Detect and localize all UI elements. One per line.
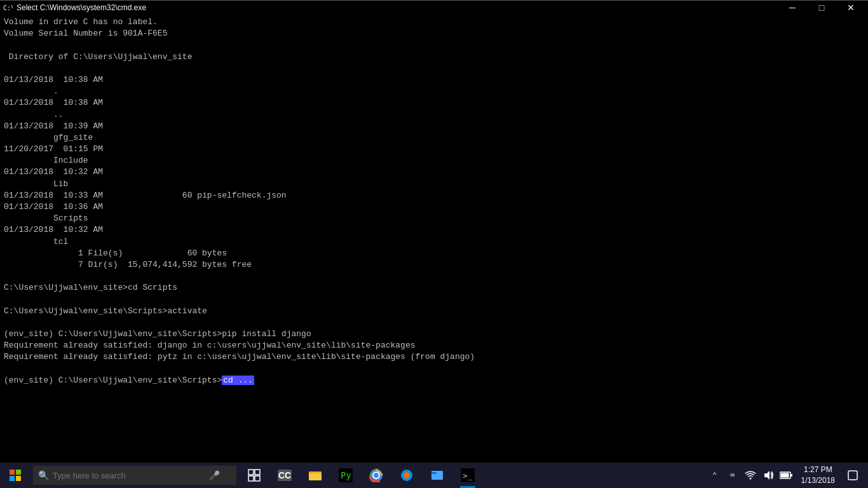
titlebar-controls: ─ □ ✕ [778,1,865,15]
svg-rect-26 [848,471,857,480]
titlebar-left: C:\ Select C:\Windows\system32\cmd.exe [3,3,146,13]
titlebar-title: Select C:\Windows\system32\cmd.exe [17,3,146,12]
svg-text:>_: >_ [463,471,473,480]
system-clock[interactable]: 1:27 PM 1/13/2018 [796,464,840,486]
taskbar-app-taskview[interactable] [239,463,269,488]
clock-time: 1:27 PM [804,464,832,475]
svg-marker-22 [764,471,770,480]
svg-rect-2 [248,470,254,475]
taskbar-apps: CC Py [239,463,483,488]
svg-rect-5 [255,476,260,481]
tray-wifi[interactable] [743,468,758,483]
svg-point-14 [374,473,379,478]
svg-rect-4 [248,476,254,481]
windows-logo [10,470,21,481]
cc-icon: CC [278,470,292,481]
firefox-icon [399,468,414,483]
files-icon [430,468,445,483]
tray-keyboard[interactable]: ⌨ [725,468,740,483]
svg-rect-24 [790,474,792,477]
svg-rect-3 [255,470,260,475]
svg-rect-25 [780,473,789,478]
cmd-icon: C:\ [3,3,13,13]
close-button[interactable]: ✕ [836,1,865,15]
svg-text:Py: Py [341,470,351,480]
clock-date: 1/13/2018 [801,475,835,486]
search-icon: 🔍 [38,470,49,481]
taskbar-app-chrome[interactable] [361,463,391,488]
taskbar-app-firefox[interactable] [391,463,422,488]
taskbar-app-cc[interactable]: CC [269,463,300,488]
system-tray: ⌃ ⌨ 1:27 PM [707,463,868,488]
svg-point-16 [403,472,410,478]
titlebar: C:\ Select C:\Windows\system32\cmd.exe ─… [0,0,868,14]
tray-chevron[interactable]: ⌃ [707,468,722,483]
svg-rect-7 [309,473,322,480]
search-input[interactable] [53,471,205,480]
taskbar-app-files[interactable] [422,463,452,488]
search-bar[interactable]: 🔍 🎤 [33,466,236,485]
taskbar-app-pycharm[interactable]: Py [330,463,361,488]
cmd-taskbar-icon: >_ [460,468,475,483]
svg-rect-18 [431,472,437,474]
svg-rect-8 [309,471,314,474]
notification-center[interactable] [843,463,863,488]
taskbar-app-cmd[interactable]: >_ [452,463,483,488]
explorer-icon [308,468,323,483]
chrome-icon [369,468,384,483]
tray-battery[interactable] [778,468,794,483]
taskview-icon [247,468,262,483]
taskbar: 🔍 🎤 CC [0,463,868,488]
start-button[interactable] [0,463,31,488]
minimize-button[interactable]: ─ [778,1,807,15]
pycharm-icon: Py [338,468,353,483]
maximize-button[interactable]: □ [807,1,836,15]
microphone-icon[interactable]: 🎤 [209,470,220,481]
taskbar-app-explorer[interactable] [300,463,330,488]
svg-point-21 [749,478,751,480]
terminal-content[interactable]: Volume in drive C has no label. Volume S… [0,14,868,463]
tray-volume[interactable] [761,468,776,483]
svg-text:C:\: C:\ [3,4,13,11]
